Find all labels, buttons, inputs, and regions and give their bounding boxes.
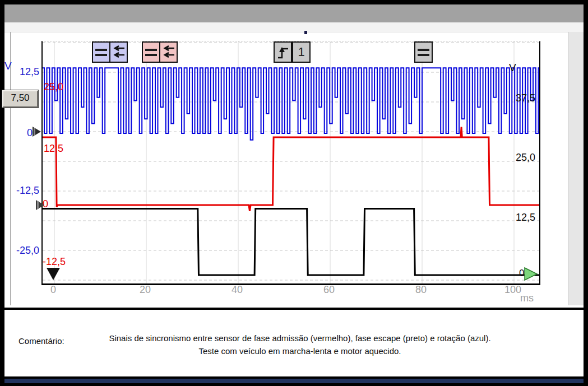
blue-tick-0: 0: [6, 127, 33, 139]
cursor-dot: [304, 31, 307, 34]
green-arrow-icon: [525, 268, 537, 280]
trigger-edge-button[interactable]: [274, 41, 292, 63]
right-tick-12-5: 12,5: [504, 212, 535, 224]
title-bar[interactable]: [4, 4, 584, 23]
trigger-level-box[interactable]: 7,50: [2, 90, 38, 108]
double-left-arrows-icon: [162, 45, 175, 59]
right-edge-marker[interactable]: [524, 266, 538, 282]
equal-bars-icon: [95, 49, 107, 51]
trigger-channel-button[interactable]: 1: [292, 41, 311, 63]
x-tick-40: 40: [220, 284, 254, 296]
x-tick-60: 60: [312, 284, 346, 296]
channel-c-position-button[interactable]: [414, 41, 433, 63]
blue-zero-marker[interactable]: [33, 127, 41, 137]
x-axis-unit: ms: [520, 292, 534, 304]
waveform-canvas: [43, 41, 539, 283]
red-tick-12-5: 12,5: [44, 143, 63, 155]
blue-tick-minus12-5: -12,5: [6, 185, 39, 197]
x-tick-80: 80: [404, 284, 438, 296]
right-tick-25: 25,0: [504, 152, 535, 164]
channel-b-position-button[interactable]: [142, 41, 160, 63]
comment-text: Sinais de sincronismo entre sensor de fa…: [53, 332, 547, 357]
channel-a-shift-left-button[interactable]: [109, 41, 128, 63]
trigger-time-marker[interactable]: [47, 268, 60, 280]
equal-bars-icon: [418, 49, 429, 51]
x-tick-20: 20: [128, 284, 162, 296]
menu-strip: [4, 22, 584, 32]
comment-line-2: Teste com veículo em marcha-lenta e moto…: [53, 345, 547, 357]
scope-plot-area[interactable]: [41, 41, 540, 285]
right-axis-unit: V: [509, 62, 516, 74]
double-left-arrows-icon: [112, 45, 125, 59]
red-tick-25: 25,0: [44, 81, 63, 93]
rising-edge-icon: [277, 45, 289, 59]
red-tick-minus12-5: -12,5: [43, 256, 66, 268]
red-zero-marker[interactable]: [36, 200, 44, 210]
bottom-status-strip: [4, 379, 584, 383]
channel-b-shift-left-button[interactable]: [159, 41, 178, 63]
comment-line-1: Sinais de sincronismo entre sensor de fa…: [53, 332, 547, 345]
comment-box-top-border: [4, 308, 584, 310]
oscilloscope-window: 1 V 12,5 7,50 0 -12,5 -25,0 25,0 12,5 0 …: [0, 0, 588, 386]
x-tick-0: 0: [36, 284, 70, 296]
channel-a-position-button[interactable]: [92, 41, 110, 63]
right-side-strip: [568, 32, 584, 305]
right-tick-37-5: 37,5: [504, 92, 535, 104]
blue-tick-minus25: -25,0: [6, 245, 39, 257]
equal-bars-icon: [145, 49, 157, 51]
blue-tick-12-5: 12,5: [6, 66, 39, 78]
